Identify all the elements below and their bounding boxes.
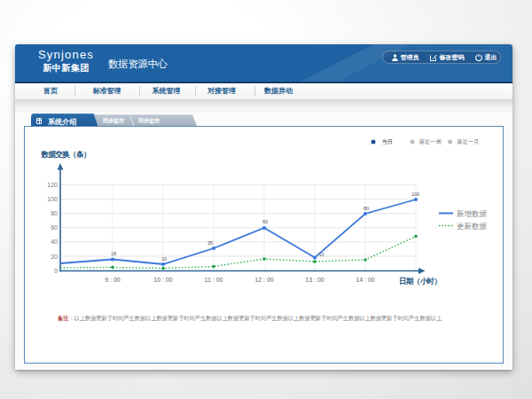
svg-text:9 : 00: 9 : 00 <box>105 277 121 283</box>
svg-text:60: 60 <box>262 219 268 224</box>
svg-text:100: 100 <box>47 196 58 202</box>
svg-text:14 : 00: 14 : 00 <box>356 277 375 283</box>
svg-text:最近一月: 最近一月 <box>457 138 479 145</box>
svg-text:备注：以上数据更新于时间产生数据以上数据更新于时间产生数据以: 备注：以上数据更新于时间产生数据以上数据更新于时间产生数据以上数据更新于时间产生… <box>57 315 442 322</box>
svg-text:60: 60 <box>51 224 58 231</box>
svg-text:当日: 当日 <box>382 138 394 145</box>
svg-text:更新数据: 更新数据 <box>457 222 488 231</box>
svg-text:11 : 00: 11 : 00 <box>205 277 223 283</box>
svg-text:13 : 00: 13 : 00 <box>305 277 325 283</box>
svg-text:最近一周: 最近一周 <box>419 138 442 145</box>
svg-text:120: 120 <box>47 182 58 188</box>
svg-text:10: 10 <box>319 252 325 257</box>
svg-text:35: 35 <box>207 240 213 246</box>
svg-text:20: 20 <box>51 254 58 260</box>
svg-text:10 : 00: 10 : 00 <box>153 277 173 283</box>
svg-text:新增数据: 新增数据 <box>457 209 488 218</box>
svg-text:100: 100 <box>411 192 419 197</box>
svg-text:数据交换（条）: 数据交换（条） <box>41 150 90 159</box>
svg-text:80: 80 <box>51 210 58 216</box>
svg-text:40: 40 <box>51 239 58 245</box>
svg-text:0: 0 <box>54 268 58 274</box>
svg-text:80: 80 <box>364 206 369 211</box>
svg-text:12 : 00: 12 : 00 <box>254 277 274 283</box>
svg-text:18: 18 <box>111 251 116 256</box>
svg-text:10: 10 <box>161 256 167 262</box>
svg-text:日期（小时）: 日期（小时） <box>399 277 441 286</box>
